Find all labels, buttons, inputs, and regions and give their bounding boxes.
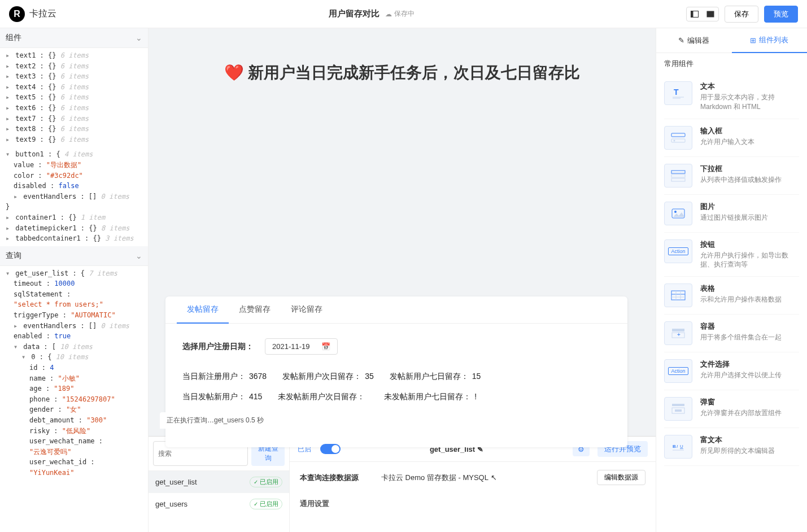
component-title: 表格 [700, 284, 799, 294]
svg-point-8 [674, 139, 675, 141]
layout-full-icon[interactable] [703, 7, 718, 21]
component-title: 图片 [700, 202, 799, 212]
component-icon: BIU [664, 435, 692, 459]
component-desc: 用于将多个组件集合在一起 [700, 333, 799, 342]
tree-datetimepicker1[interactable]: ▸ datetimepicker1 : {} 8 items [3, 223, 145, 234]
page-title: 用户留存对比 [329, 8, 379, 19]
tree-text2[interactable]: ▸ text2 : {} 6 items [3, 61, 145, 72]
component-icon: + [664, 321, 692, 345]
component-item[interactable]: 表格示和允许用户操作表格数据 [664, 277, 799, 315]
tree-text7[interactable]: ▸ text7 : {} 6 items [3, 114, 145, 124]
component-item[interactable]: BIU富文本所见即所得的文本编辑器 [664, 428, 799, 466]
brand-text: 卡拉云 [29, 8, 56, 20]
svg-text:B: B [673, 444, 676, 449]
enabled-badge: 已启用 [250, 499, 282, 509]
right-panel: ✎ 编辑器 ⊞ 组件列表 常用组件 T文本用于显示文本内容，支持 Markdow… [656, 28, 807, 532]
tab-component-list[interactable]: ⊞ 组件列表 [732, 28, 808, 53]
component-icon: Action [664, 359, 692, 383]
preview-button[interactable]: 预览 [764, 6, 798, 23]
tree-container1[interactable]: ▸ container1 : {} 1 item [3, 212, 145, 223]
svg-rect-14 [671, 291, 685, 300]
stat-item: 发帖新用户次日留存：35 [282, 372, 374, 382]
component-item[interactable]: 下拉框从列表中选择值或触发操作 [664, 157, 799, 195]
stat-item: 未发帖新用户次日留存： [278, 392, 368, 402]
group-common: 常用组件 [656, 53, 807, 75]
tree-button1[interactable]: ▾ button1 : { 4 items [3, 149, 145, 160]
tree-button1-close: } [3, 202, 145, 212]
component-item[interactable]: +容器用于将多个组件集合在一起 [664, 315, 799, 352]
svg-text:I: I [677, 444, 678, 449]
tree-button1-value: value : "导出数据" [3, 160, 145, 171]
cursor-icon: ↖ [491, 473, 497, 482]
calendar-icon: 📅 [321, 342, 330, 351]
component-title: 输入框 [700, 126, 799, 136]
component-icon: Action [664, 239, 692, 263]
left-panel: 组件 ⌄ ▸ text1 : {} 6 items▸ text2 : {} 6 … [0, 28, 149, 532]
stat-item: 当日发帖新用户：415 [182, 392, 262, 402]
component-item[interactable]: 输入框允许用户输入文本 [664, 119, 799, 157]
chevron-down-icon: ⌄ [136, 33, 142, 42]
cloud-icon: ☁ [385, 10, 392, 18]
tree-text5[interactable]: ▸ text5 : {} 6 items [3, 92, 145, 103]
component-icon [664, 126, 692, 150]
component-desc: 允许用户输入文本 [700, 137, 799, 147]
tab-editor[interactable]: ✎ 编辑器 [656, 28, 732, 53]
tree-button1-disabled: disabled : false [3, 181, 145, 191]
query-item-get-user-list[interactable]: get_user_list 已启用 [149, 471, 289, 493]
tab-post-retention[interactable]: 发帖留存 [177, 296, 229, 324]
layout-sidebar-icon[interactable] [687, 7, 703, 21]
component-item[interactable]: Action按钮允许用户执行操作，如导出数据、执行查询等 [664, 233, 799, 277]
component-title: 文本 [700, 81, 799, 91]
svg-rect-1 [691, 11, 693, 17]
component-desc: 从列表中选择值或触发操作 [700, 175, 799, 185]
date-picker[interactable]: 2021-11-19 📅 [265, 338, 338, 355]
tree-text9[interactable]: ▸ text9 : {} 6 items [3, 134, 145, 145]
component-item[interactable]: Action文件选择允许用户选择文件以便上传 [664, 352, 799, 390]
headline-text: ❤️ 新用户当日完成新手任务后，次日及七日留存比 [177, 62, 627, 84]
tab-comment-retention[interactable]: 评论留存 [281, 296, 333, 323]
tree-button1-eventhandlers[interactable]: ▸ eventHandlers : [] 0 items [3, 191, 145, 202]
svg-rect-9 [671, 171, 685, 173]
tree-button1-color: color : "#3c92dc" [3, 171, 145, 181]
svg-rect-2 [707, 11, 714, 17]
components-header[interactable]: 组件 ⌄ [0, 28, 148, 48]
queries-header[interactable]: 查询 ⌄ [0, 246, 148, 266]
component-desc: 用于显示文本内容，支持 Markdown 和 HTML [700, 93, 799, 112]
component-icon: T [664, 81, 692, 105]
tree-eventhandlers[interactable]: ▸ eventHandlers : [] 0 items [3, 321, 145, 332]
tree-text6[interactable]: ▸ text6 : {} 6 items [3, 103, 145, 114]
component-icon [664, 164, 692, 187]
save-button[interactable]: 保存 [725, 6, 758, 23]
tree-data[interactable]: ▾ data : [ 10 items [3, 342, 145, 352]
tree-row0[interactable]: ▾ 0 : { 10 items [3, 352, 145, 363]
tab-like-retention[interactable]: 点赞留存 [229, 296, 281, 323]
tree-text4[interactable]: ▸ text4 : {} 6 items [3, 82, 145, 93]
tree-tabbedcontainer1[interactable]: ▸ tabbedcontainer1 : {} 3 items [3, 233, 145, 244]
saving-indicator: ☁ 保存中 [385, 9, 415, 19]
tree-text8[interactable]: ▸ text8 : {} 6 items [3, 124, 145, 134]
tree-getuserlist[interactable]: ▾ get_user_list : { 7 items [3, 268, 145, 279]
date-label: 选择用户注册日期： [182, 342, 254, 352]
edit-datasource-button[interactable]: 编辑数据源 [597, 470, 645, 485]
logo-icon: R [9, 6, 25, 22]
component-desc: 允许弹窗并在内部放置组件 [700, 408, 799, 418]
enabled-badge: 已启用 [250, 477, 282, 487]
tree-text1[interactable]: ▸ text1 : {} 6 items [3, 50, 145, 61]
component-desc: 示和允许用户操作表格数据 [700, 295, 799, 304]
enabled-toggle[interactable] [320, 444, 341, 454]
layout-toggle[interactable] [686, 7, 719, 21]
component-item[interactable]: 弹窗允许弹窗并在内部放置组件 [664, 390, 799, 428]
query-item-get-users[interactable]: get_users 已启用 [149, 493, 289, 515]
grid-icon: ⊞ [750, 36, 756, 45]
stat-item: 当日新注册用户：3678 [182, 372, 267, 382]
component-desc: 允许用户执行操作，如导出数据、执行查询等 [700, 251, 799, 270]
component-desc: 允许用户选择文件以便上传 [700, 370, 799, 380]
svg-rect-22 [672, 404, 684, 406]
component-title: 富文本 [700, 435, 799, 445]
component-item[interactable]: T文本用于显示文本内容，支持 Markdown 和 HTML [664, 75, 799, 119]
canvas: ❤️ 新用户当日完成新手任务后，次日及七日留存比 正在执行查询…get_user… [149, 28, 656, 532]
svg-point-13 [674, 211, 677, 213]
component-item[interactable]: 图片通过图片链接展示图片 [664, 195, 799, 233]
component-desc: 所见即所得的文本编辑器 [700, 446, 799, 456]
tree-text3[interactable]: ▸ text3 : {} 6 items [3, 71, 145, 82]
